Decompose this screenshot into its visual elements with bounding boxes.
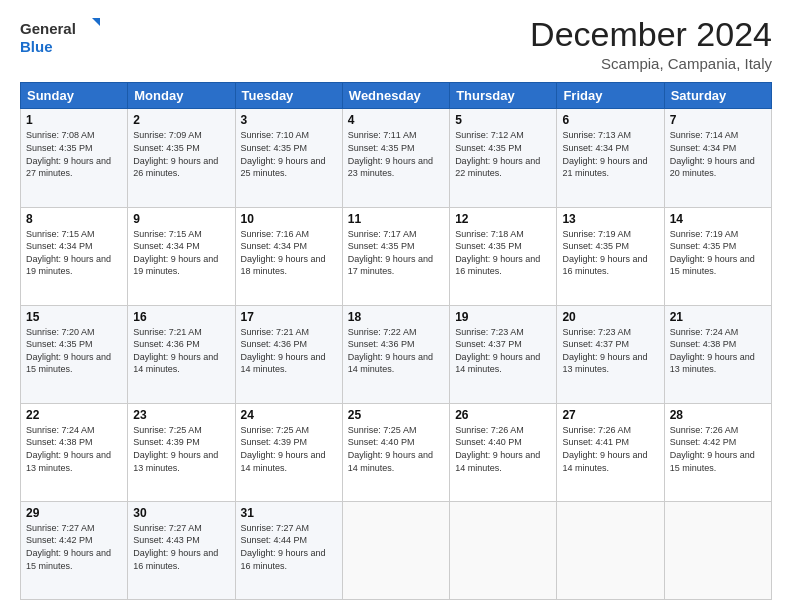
day-info: Sunrise: 7:09 AMSunset: 4:35 PMDaylight:…: [133, 130, 218, 178]
day-number: 22: [26, 408, 122, 422]
day-number: 26: [455, 408, 551, 422]
calendar-cell: 11 Sunrise: 7:17 AMSunset: 4:35 PMDaylig…: [342, 207, 449, 305]
day-number: 27: [562, 408, 658, 422]
calendar-cell: 17 Sunrise: 7:21 AMSunset: 4:36 PMDaylig…: [235, 305, 342, 403]
day-number: 24: [241, 408, 337, 422]
calendar-cell: 2 Sunrise: 7:09 AMSunset: 4:35 PMDayligh…: [128, 109, 235, 207]
calendar-cell: 5 Sunrise: 7:12 AMSunset: 4:35 PMDayligh…: [450, 109, 557, 207]
day-info: Sunrise: 7:14 AMSunset: 4:34 PMDaylight:…: [670, 130, 755, 178]
calendar-cell: 23 Sunrise: 7:25 AMSunset: 4:39 PMDaylig…: [128, 403, 235, 501]
calendar: SundayMondayTuesdayWednesdayThursdayFrid…: [20, 82, 772, 600]
day-info: Sunrise: 7:21 AMSunset: 4:36 PMDaylight:…: [241, 327, 326, 375]
calendar-cell: 21 Sunrise: 7:24 AMSunset: 4:38 PMDaylig…: [664, 305, 771, 403]
calendar-cell: 18 Sunrise: 7:22 AMSunset: 4:36 PMDaylig…: [342, 305, 449, 403]
day-info: Sunrise: 7:27 AMSunset: 4:44 PMDaylight:…: [241, 523, 326, 571]
day-info: Sunrise: 7:24 AMSunset: 4:38 PMDaylight:…: [26, 425, 111, 473]
day-info: Sunrise: 7:20 AMSunset: 4:35 PMDaylight:…: [26, 327, 111, 375]
day-info: Sunrise: 7:27 AMSunset: 4:43 PMDaylight:…: [133, 523, 218, 571]
calendar-week-4: 29 Sunrise: 7:27 AMSunset: 4:42 PMDaylig…: [21, 501, 772, 599]
day-info: Sunrise: 7:24 AMSunset: 4:38 PMDaylight:…: [670, 327, 755, 375]
calendar-cell: [557, 501, 664, 599]
logo-svg: General Blue: [20, 16, 100, 56]
calendar-cell: 16 Sunrise: 7:21 AMSunset: 4:36 PMDaylig…: [128, 305, 235, 403]
day-number: 1: [26, 113, 122, 127]
day-info: Sunrise: 7:25 AMSunset: 4:40 PMDaylight:…: [348, 425, 433, 473]
title-area: December 2024 Scampia, Campania, Italy: [530, 16, 772, 72]
day-number: 14: [670, 212, 766, 226]
day-info: Sunrise: 7:26 AMSunset: 4:42 PMDaylight:…: [670, 425, 755, 473]
weekday-header-row: SundayMondayTuesdayWednesdayThursdayFrid…: [21, 83, 772, 109]
day-info: Sunrise: 7:11 AMSunset: 4:35 PMDaylight:…: [348, 130, 433, 178]
calendar-week-1: 8 Sunrise: 7:15 AMSunset: 4:34 PMDayligh…: [21, 207, 772, 305]
day-info: Sunrise: 7:19 AMSunset: 4:35 PMDaylight:…: [562, 229, 647, 277]
day-number: 11: [348, 212, 444, 226]
calendar-cell: 4 Sunrise: 7:11 AMSunset: 4:35 PMDayligh…: [342, 109, 449, 207]
day-number: 17: [241, 310, 337, 324]
day-number: 23: [133, 408, 229, 422]
day-number: 28: [670, 408, 766, 422]
day-number: 3: [241, 113, 337, 127]
weekday-header-wednesday: Wednesday: [342, 83, 449, 109]
day-info: Sunrise: 7:08 AMSunset: 4:35 PMDaylight:…: [26, 130, 111, 178]
calendar-cell: 1 Sunrise: 7:08 AMSunset: 4:35 PMDayligh…: [21, 109, 128, 207]
calendar-cell: [342, 501, 449, 599]
calendar-cell: [664, 501, 771, 599]
day-number: 5: [455, 113, 551, 127]
day-number: 10: [241, 212, 337, 226]
day-info: Sunrise: 7:23 AMSunset: 4:37 PMDaylight:…: [455, 327, 540, 375]
day-info: Sunrise: 7:19 AMSunset: 4:35 PMDaylight:…: [670, 229, 755, 277]
calendar-table: SundayMondayTuesdayWednesdayThursdayFrid…: [20, 82, 772, 600]
day-number: 18: [348, 310, 444, 324]
day-info: Sunrise: 7:26 AMSunset: 4:41 PMDaylight:…: [562, 425, 647, 473]
calendar-cell: 29 Sunrise: 7:27 AMSunset: 4:42 PMDaylig…: [21, 501, 128, 599]
weekday-header-thursday: Thursday: [450, 83, 557, 109]
header: General Blue December 2024 Scampia, Camp…: [20, 16, 772, 72]
calendar-cell: 26 Sunrise: 7:26 AMSunset: 4:40 PMDaylig…: [450, 403, 557, 501]
weekday-header-tuesday: Tuesday: [235, 83, 342, 109]
day-info: Sunrise: 7:25 AMSunset: 4:39 PMDaylight:…: [133, 425, 218, 473]
day-info: Sunrise: 7:18 AMSunset: 4:35 PMDaylight:…: [455, 229, 540, 277]
day-info: Sunrise: 7:27 AMSunset: 4:42 PMDaylight:…: [26, 523, 111, 571]
calendar-cell: 15 Sunrise: 7:20 AMSunset: 4:35 PMDaylig…: [21, 305, 128, 403]
day-info: Sunrise: 7:15 AMSunset: 4:34 PMDaylight:…: [133, 229, 218, 277]
day-number: 12: [455, 212, 551, 226]
day-info: Sunrise: 7:10 AMSunset: 4:35 PMDaylight:…: [241, 130, 326, 178]
day-info: Sunrise: 7:15 AMSunset: 4:34 PMDaylight:…: [26, 229, 111, 277]
day-info: Sunrise: 7:25 AMSunset: 4:39 PMDaylight:…: [241, 425, 326, 473]
day-number: 16: [133, 310, 229, 324]
day-number: 25: [348, 408, 444, 422]
day-number: 19: [455, 310, 551, 324]
day-number: 20: [562, 310, 658, 324]
day-number: 4: [348, 113, 444, 127]
day-info: Sunrise: 7:12 AMSunset: 4:35 PMDaylight:…: [455, 130, 540, 178]
day-info: Sunrise: 7:26 AMSunset: 4:40 PMDaylight:…: [455, 425, 540, 473]
svg-marker-2: [92, 18, 100, 26]
weekday-header-sunday: Sunday: [21, 83, 128, 109]
month-title: December 2024: [530, 16, 772, 53]
day-number: 13: [562, 212, 658, 226]
weekday-header-friday: Friday: [557, 83, 664, 109]
calendar-cell: 24 Sunrise: 7:25 AMSunset: 4:39 PMDaylig…: [235, 403, 342, 501]
calendar-cell: 13 Sunrise: 7:19 AMSunset: 4:35 PMDaylig…: [557, 207, 664, 305]
calendar-cell: 28 Sunrise: 7:26 AMSunset: 4:42 PMDaylig…: [664, 403, 771, 501]
day-number: 21: [670, 310, 766, 324]
calendar-cell: 7 Sunrise: 7:14 AMSunset: 4:34 PMDayligh…: [664, 109, 771, 207]
location-title: Scampia, Campania, Italy: [530, 55, 772, 72]
calendar-cell: 8 Sunrise: 7:15 AMSunset: 4:34 PMDayligh…: [21, 207, 128, 305]
day-info: Sunrise: 7:21 AMSunset: 4:36 PMDaylight:…: [133, 327, 218, 375]
day-info: Sunrise: 7:13 AMSunset: 4:34 PMDaylight:…: [562, 130, 647, 178]
page: General Blue December 2024 Scampia, Camp…: [0, 0, 792, 612]
day-number: 15: [26, 310, 122, 324]
svg-text:Blue: Blue: [20, 38, 53, 55]
day-info: Sunrise: 7:23 AMSunset: 4:37 PMDaylight:…: [562, 327, 647, 375]
day-number: 31: [241, 506, 337, 520]
day-number: 30: [133, 506, 229, 520]
calendar-week-2: 15 Sunrise: 7:20 AMSunset: 4:35 PMDaylig…: [21, 305, 772, 403]
svg-text:General: General: [20, 20, 76, 37]
calendar-cell: 22 Sunrise: 7:24 AMSunset: 4:38 PMDaylig…: [21, 403, 128, 501]
day-number: 29: [26, 506, 122, 520]
calendar-cell: 27 Sunrise: 7:26 AMSunset: 4:41 PMDaylig…: [557, 403, 664, 501]
calendar-cell: 14 Sunrise: 7:19 AMSunset: 4:35 PMDaylig…: [664, 207, 771, 305]
weekday-header-saturday: Saturday: [664, 83, 771, 109]
logo: General Blue: [20, 16, 100, 56]
